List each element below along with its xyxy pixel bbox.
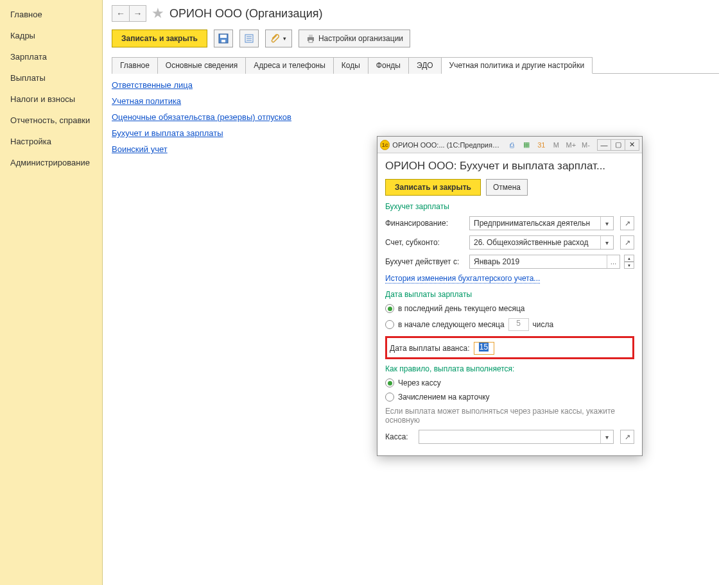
financing-label: Финансирование: [385,219,465,228]
svg-rect-9 [309,40,313,42]
link-otvetstvennye[interactable]: Ответственные лица [112,80,719,90]
dialog-save-close-button[interactable]: Записать и закрыть [385,179,481,196]
radio-cash[interactable] [385,378,394,387]
valid-from-spin-up[interactable]: ▲ [624,255,634,262]
toolbar-print-icon[interactable]: ⎙ [506,139,518,151]
sidebar-item-nastroyka[interactable]: Настройка [0,131,102,152]
radio-card[interactable] [385,393,394,402]
tabs: Главное Основные сведения Адреса и телеф… [112,56,719,74]
toolbar-m-button[interactable]: M [550,139,562,151]
kassa-label: Касса: [385,432,415,441]
radio-last-day-label: в последний день текущего месяца [398,304,524,313]
account-open-button[interactable]: ↗ [620,235,634,250]
valid-from-spin-down[interactable]: ▼ [624,262,634,269]
titlebar: ← → ★ ОРИОН ООО (Организация) [112,5,719,22]
list-icon [244,33,254,44]
next-start-day-input[interactable]: 5 [508,318,529,331]
group-method-title: Как правило, выплата выполняется: [385,364,634,373]
svg-rect-1 [220,35,227,38]
radio-next-start[interactable] [385,320,394,329]
financing-value: Предпринимательская деятельн [470,219,600,228]
kassa-dropdown-icon[interactable]: ▾ [600,430,613,443]
org-settings-label: Настройки организации [318,34,403,43]
kassa-field[interactable]: ▾ [419,430,614,444]
org-settings-button[interactable]: Настройки организации [299,30,410,47]
account-dropdown-icon[interactable]: ▾ [600,236,613,249]
save-button[interactable] [214,30,233,47]
sidebar-item-vyplaty[interactable]: Выплаты [0,67,102,89]
svg-rect-8 [309,35,313,37]
dialog-buhuchet: 1c ОРИОН ООО:... (1С:Предприятие) ⎙ ▦ 31… [377,136,643,456]
sidebar-item-kadry[interactable]: Кадры [0,25,102,46]
dialog-cancel-button[interactable]: Отмена [486,179,528,196]
dialog-titlebar: 1c ОРИОН ООО:... (1С:Предприятие) ⎙ ▦ 31… [377,137,642,153]
tab-kody[interactable]: Коды [334,57,368,74]
save-and-close-button[interactable]: Записать и закрыть [112,30,207,47]
advance-highlight: Дата выплаты аванса: 15 [385,336,634,359]
tab-uchetnaya[interactable]: Учетная политика и другие настройки [442,57,593,74]
tab-edo[interactable]: ЭДО [409,57,442,74]
dialog-heading: ОРИОН ООО: Бухучет и выплата зарплат... [385,160,634,173]
toolbar-mminus-button[interactable]: M- [580,139,592,151]
group-paydate-title: Дата выплаты зарплаты [385,290,634,299]
radio-next-start-label: в начале следующего месяца [398,320,505,329]
link-ocenochnye[interactable]: Оценочные обязательства (резервы) отпуск… [112,112,719,122]
toolbar-calendar-icon[interactable]: 31 [535,139,548,151]
main-toolbar: Записать и закрыть ▾ Настройки организац… [112,30,719,47]
valid-from-picker-icon[interactable]: … [607,255,620,268]
window-close-button[interactable]: ✕ [625,139,639,151]
account-value: 26. Общехозяйственные расход [470,238,600,247]
clip-icon [270,33,281,44]
floppy-icon [218,33,229,44]
kassa-hint: Если выплата может выполняться через раз… [385,407,634,425]
attach-button[interactable]: ▾ [265,30,292,47]
link-uchetnaya[interactable]: Учетная политика [112,96,719,106]
nav-forward-button[interactable]: → [129,6,146,21]
account-label: Счет, субконто: [385,238,465,247]
advance-label: Дата выплаты аванса: [390,344,470,353]
window-minimize-button[interactable]: — [597,139,611,151]
valid-from-field[interactable]: Январь 2019 … [469,255,620,269]
radio-last-day[interactable] [385,304,394,313]
sidebar-item-main[interactable]: Главное [0,4,102,25]
window-maximize-button[interactable]: ▢ [611,139,625,151]
svg-rect-2 [221,40,225,42]
financing-dropdown-icon[interactable]: ▾ [600,217,613,230]
history-link[interactable]: История изменения бухгалтерского учета..… [385,274,540,284]
dialog-body: ОРИОН ООО: Бухучет и выплата зарплат... … [377,153,642,455]
tab-adresa[interactable]: Адреса и телефоны [246,57,334,74]
valid-from-value: Январь 2019 [470,257,607,266]
print-icon [306,33,316,44]
group-accounting-title: Бухучет зарплаты [385,202,634,211]
account-field[interactable]: 26. Общехозяйственные расход ▾ [469,235,614,250]
toolbar-calc-icon[interactable]: ▦ [521,139,533,151]
dialog-window-title: ОРИОН ООО:... (1С:Предприятие) [392,141,500,149]
financing-field[interactable]: Предпринимательская деятельн ▾ [469,216,614,230]
valid-from-label: Бухучет действует с: [385,257,465,266]
nav-back-button[interactable]: ← [112,6,129,21]
sidebar-item-otchetnost[interactable]: Отчетность, справки [0,110,102,131]
favorite-star-icon[interactable]: ★ [152,5,164,22]
tab-main[interactable]: Главное [112,57,158,74]
kassa-open-button[interactable]: ↗ [620,430,634,444]
sidebar-item-zarplata[interactable]: Зарплата [0,46,102,67]
next-start-suffix: числа [533,320,554,329]
toolbar-mplus-button[interactable]: M+ [565,139,577,151]
tab-osnovnye[interactable]: Основные сведения [158,57,246,74]
financing-open-button[interactable]: ↗ [620,216,634,230]
radio-card-label: Зачислением на карточку [398,393,490,402]
sidebar-item-admin[interactable]: Администрирование [0,152,102,173]
list-button[interactable] [239,30,259,47]
radio-cash-label: Через кассу [398,378,441,387]
app-1c-icon: 1c [380,140,390,150]
sidebar: Главное Кадры Зарплата Выплаты Налоги и … [0,0,103,585]
page-title: ОРИОН ООО (Организация) [169,7,323,21]
sidebar-item-nalogi[interactable]: Налоги и взносы [0,89,102,110]
tab-fondy[interactable]: Фонды [368,57,409,74]
advance-day-input[interactable]: 15 [474,342,494,355]
